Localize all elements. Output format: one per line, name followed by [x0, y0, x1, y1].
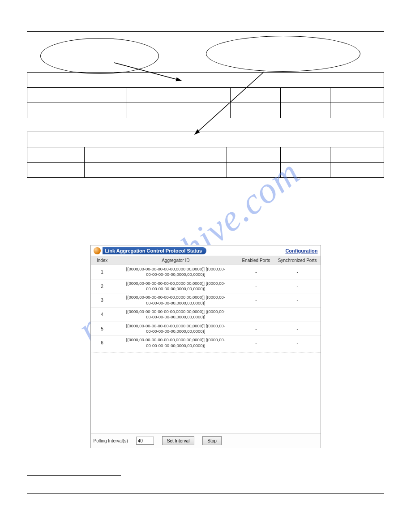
col-index: Index	[91, 256, 114, 265]
table1-header	[27, 73, 384, 88]
cell-synchronized-ports: -	[274, 322, 321, 336]
table2-c3	[280, 147, 330, 163]
diagram-table-2	[27, 132, 384, 178]
callout-ellipse-right	[206, 36, 360, 72]
table1-c3	[280, 88, 330, 103]
table1-c0	[27, 88, 127, 103]
cell-aggregator-id: [(0000,00-00-00-00-00-00,0000,00,0000)] …	[114, 293, 238, 308]
cell-index: 4	[91, 308, 114, 322]
cell-aggregator-id: [(0000,00-00-00-00-00-00,0000,00,0000)] …	[114, 308, 238, 322]
cell-index: 6	[91, 336, 114, 350]
short-underline	[27, 475, 121, 476]
col-aggregator-id: Aggregator ID	[114, 256, 238, 265]
polling-interval-input[interactable]	[136, 437, 154, 445]
cell-index: 5	[91, 322, 114, 336]
cell-aggregator-id: [(0000,00-00-00-00-00-00,0000,00,0000)] …	[114, 279, 238, 293]
table2-c4	[330, 147, 384, 163]
top-horizontal-rule	[27, 31, 384, 32]
stop-button[interactable]: Stop	[202, 436, 222, 445]
cell-synchronized-ports: -	[274, 308, 321, 322]
lacp-status-panel: Link Aggregation Control Protocol Status…	[90, 245, 321, 448]
table-row: 2[(0000,00-00-00-00-00-00,0000,00,0000)]…	[91, 279, 321, 293]
set-interval-button[interactable]: Set Interval	[162, 436, 195, 445]
cell-synchronized-ports: -	[274, 265, 321, 279]
bottom-horizontal-rule	[27, 493, 384, 494]
col-enabled-ports: Enabled Ports	[238, 256, 274, 265]
cell-synchronized-ports: -	[274, 279, 321, 293]
panel-header: Link Aggregation Control Protocol Status…	[91, 245, 321, 256]
cell-aggregator-id: [(0000,00-00-00-00-00-00,0000,00,0000)] …	[114, 322, 238, 336]
cell-aggregator-id: [(0000,00-00-00-00-00-00,0000,00,0000)] …	[114, 265, 238, 279]
table2-c0	[27, 147, 85, 163]
cell-synchronized-ports: -	[274, 336, 321, 350]
cell-index: 1	[91, 265, 114, 279]
table1-c4	[330, 88, 384, 103]
bottom-toolbar: Polling Interval(s) Set Interval Stop	[91, 433, 321, 448]
lacp-table: Index Aggregator ID Enabled Ports Synchr…	[91, 256, 321, 350]
cell-enabled-ports: -	[238, 308, 274, 322]
orb-icon	[94, 247, 101, 254]
table1-c1	[127, 88, 231, 103]
cell-aggregator-id: [(0000,00-00-00-00-00-00,0000,00,0000)] …	[114, 336, 238, 350]
table2-c1	[84, 147, 227, 163]
panel-spacer	[91, 352, 321, 433]
table1-c2	[231, 88, 281, 103]
callout-ellipse-left	[40, 38, 159, 74]
table2-header	[27, 132, 384, 147]
cell-enabled-ports: -	[238, 279, 274, 293]
table-row: 3[(0000,00-00-00-00-00-00,0000,00,0000)]…	[91, 293, 321, 308]
col-synchronized-ports: Synchronized Ports	[274, 256, 321, 265]
table2-c2	[227, 147, 281, 163]
cell-enabled-ports: -	[238, 293, 274, 308]
panel-title: Link Aggregation Control Protocol Status	[103, 247, 207, 254]
table-row: 5[(0000,00-00-00-00-00-00,0000,00,0000)]…	[91, 322, 321, 336]
table-row: 6[(0000,00-00-00-00-00-00,0000,00,0000)]…	[91, 336, 321, 350]
cell-enabled-ports: -	[238, 265, 274, 279]
diagram-table-1	[27, 72, 384, 118]
polling-interval-label: Polling Interval(s)	[94, 438, 128, 443]
configuration-link[interactable]: Configuration	[285, 248, 317, 253]
cell-enabled-ports: -	[238, 322, 274, 336]
cell-synchronized-ports: -	[274, 293, 321, 308]
cell-enabled-ports: -	[238, 336, 274, 350]
table-row: 1[(0000,00-00-00-00-00-00,0000,00,0000)]…	[91, 265, 321, 279]
cell-index: 3	[91, 293, 114, 308]
table-row: 4[(0000,00-00-00-00-00-00,0000,00,0000)]…	[91, 308, 321, 322]
cell-index: 2	[91, 279, 114, 293]
